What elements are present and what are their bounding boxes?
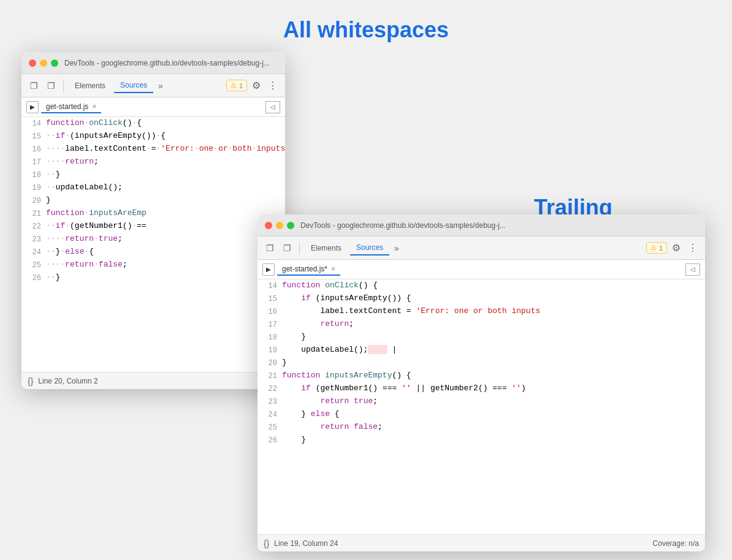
code-line-20-2: 20 } [257,357,705,369]
filetab-row-2: ▶ get-started.js* × ◁ [257,260,705,279]
code-line-23-2: 23 return true; [257,395,705,408]
maximize-button-2[interactable] [287,222,294,229]
traffic-lights-2 [265,222,294,229]
code-line-16-1: 16 ····label.textContent·=·'Error:·one·o… [21,143,285,156]
code-line-26-2: 26 } [257,434,705,447]
file-close-2[interactable]: × [331,265,335,273]
tab-sources-1[interactable]: Sources [114,78,153,93]
code-line-25-1: 25 ····return·false; [21,259,285,271]
coverage-text-2: Coverage: n/a [653,539,699,548]
titlebar-2: DevTools - googlechrome.github.io/devtoo… [257,214,705,236]
code-line-14-1: 14 function·onClick()·{ [21,117,285,130]
titlebar-text-1: DevTools - googlechrome.github.io/devtoo… [64,59,278,67]
code-line-15-2: 15 if (inputsAreEmpty()) { [257,292,705,305]
cursor-icon-1[interactable]: ❐ [26,78,41,93]
warning-badge-1[interactable]: ⚠ 1 [226,80,247,91]
code-line-16-2: 16 label.textContent = 'Error: one or bo… [257,305,705,318]
minimize-button-2[interactable] [276,222,283,229]
copy-icon-1[interactable]: ❐ [44,78,58,93]
status-text-2: Line 19, Column 24 [274,539,338,548]
titlebar-text-2: DevTools - googlechrome.github.io/devtoo… [300,221,698,230]
tab-elements-2[interactable]: Elements [305,241,348,255]
gear-icon-1[interactable]: ⚙ [250,80,263,91]
code-line-21-2: 21 function inputsAreEmpty() { [257,369,705,382]
badge-count-2: 1 [659,244,663,252]
code-line-26-1: 26 ··} [21,271,285,284]
tabbar-2: ❐ ❐ Elements Sources » ⚠ 1 ⚙ ⋮ [257,236,705,260]
minimize-button-1[interactable] [40,59,47,67]
code-line-14-2: 14 function onClick() { [257,279,705,292]
braces-icon-1: {} [28,376,33,386]
gear-icon-2[interactable]: ⚙ [669,242,683,254]
tab-divider-2 [299,242,300,254]
tab-sources-2[interactable]: Sources [350,241,389,255]
code-line-21-1: 21 function·inputsAreEmp [21,207,285,220]
braces-icon-2: {} [264,539,269,548]
statusbar-1: {} Line 20, Column 2 [21,372,285,389]
file-tab-2[interactable]: get-started.js* × [277,263,340,276]
status-text-1: Line 20, Column 2 [38,377,97,385]
warning-badge-2[interactable]: ⚠ 1 [646,242,667,254]
code-line-19-2: 19 updateLabel(); | [257,344,705,357]
panel-toggle-1[interactable]: ▶ [26,101,39,113]
code-line-22-2: 22 if (getNumber1() === '' || getNumber2… [257,382,705,395]
page-title: All whitespaces [283,17,449,43]
cursor-icon-2[interactable]: ❐ [262,241,277,255]
tabbar-1: ❐ ❐ Elements Sources » ⚠ 1 ⚙ ⋮ [21,74,285,97]
titlebar-1: DevTools - googlechrome.github.io/devtoo… [21,52,285,74]
code-line-15-1: 15 ··if·(inputsAreEmpty())·{ [21,130,285,143]
file-tab-1[interactable]: get-started.js × [41,101,101,113]
maximize-button-1[interactable] [51,59,58,67]
code-area-1: 14 function·onClick()·{ 15 ··if·(inputsA… [21,117,285,372]
file-close-1[interactable]: × [92,102,96,111]
code-line-17-1: 17 ····return; [21,156,285,168]
close-button-2[interactable] [265,222,272,229]
warn-icon-1: ⚠ [231,81,237,89]
code-line-23-1: 23 ····return·true; [21,233,285,246]
file-right-arrow-1[interactable]: ◁ [265,101,280,113]
code-line-18-2: 18 } [257,331,705,344]
code-line-18-1: 18 ··} [21,168,285,181]
traffic-lights-1 [29,59,58,67]
code-line-19-1: 19 ··updateLabel(); [21,181,285,194]
devtools-window-2: DevTools - googlechrome.github.io/devtoo… [257,214,705,551]
warn-icon-2: ⚠ [650,244,657,252]
tab-more-1[interactable]: » [156,81,166,91]
tab-divider-1 [63,80,64,92]
file-right-arrow-2[interactable]: ◁ [685,263,700,276]
panel-toggle-2[interactable]: ▶ [262,263,275,276]
devtools-window-1: DevTools - googlechrome.github.io/devtoo… [21,52,285,389]
copy-icon-2[interactable]: ❐ [280,241,294,255]
code-line-22-1: 22 ··if·(getNumber1()·== [21,220,285,233]
filename-2: get-started.js* [282,265,327,273]
dots-icon-2[interactable]: ⋮ [685,242,700,254]
badge-count-1: 1 [239,82,243,89]
code-line-24-1: 24 ··}·else·{ [21,246,285,259]
statusbar-2: {} Line 19, Column 24 Coverage: n/a [257,534,705,551]
code-line-17-2: 17 return; [257,318,705,331]
close-button-1[interactable] [29,59,36,67]
code-line-24-2: 24 } else { [257,408,705,421]
filename-1: get-started.js [46,102,88,111]
code-line-25-2: 25 return false; [257,421,705,434]
filetab-row-1: ▶ get-started.js × ◁ [21,97,285,117]
tab-more-2[interactable]: » [392,243,402,253]
dots-icon-1[interactable]: ⋮ [265,80,280,91]
code-line-20-1: 20 } [21,194,285,207]
tab-elements-1[interactable]: Elements [69,79,112,93]
code-area-2: 14 function onClick() { 15 if (inputsAre… [257,279,705,534]
